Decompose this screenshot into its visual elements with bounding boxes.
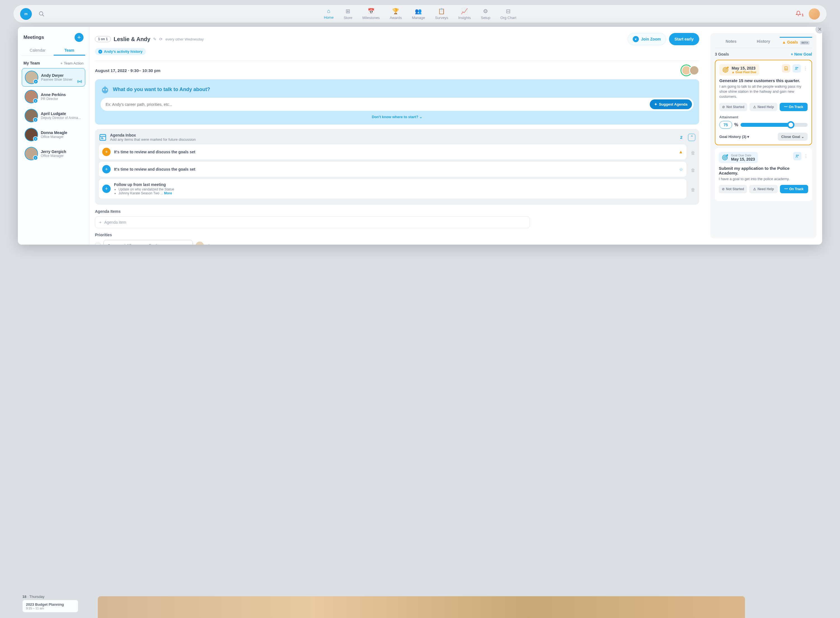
svg-point-0: [39, 12, 43, 15]
meetings-sidebar: Meetings + Calendar Team My Team +Team A…: [18, 27, 89, 28]
logo: m: [20, 8, 32, 20]
nav-insights[interactable]: 📈Insights: [458, 8, 471, 20]
nav-awards[interactable]: 🏆Awards: [390, 8, 402, 20]
nav-store[interactable]: ⊞Store: [343, 8, 352, 20]
svg-line-1: [42, 15, 44, 16]
nav-items: ⌂Home ⊞Store 📅Milestones 🏆Awards 👥Manage…: [324, 8, 516, 20]
meeting-modal: Meetings + Calendar Team My Team +Team A…: [18, 27, 822, 28]
nav-orgchart[interactable]: ⊟Org Chart: [500, 8, 516, 20]
nav-manage[interactable]: 👥Manage: [412, 8, 425, 20]
right-panel: Notes History ▲ Goals BETA 3 Goals +New …: [705, 27, 822, 28]
notifications-button[interactable]: 1: [795, 10, 804, 17]
user-avatar[interactable]: [809, 8, 820, 19]
search-button[interactable]: [39, 11, 45, 17]
nav-home[interactable]: ⌂Home: [324, 8, 333, 20]
top-nav: m ⌂Home ⊞Store 📅Milestones 🏆Awards 👥Mana…: [13, 5, 827, 22]
nav-surveys[interactable]: 📋Surveys: [435, 8, 448, 20]
nav-milestones[interactable]: 📅Milestones: [362, 8, 380, 20]
close-modal-button[interactable]: ✕: [815, 25, 824, 28]
nav-setup[interactable]: ⚙Setup: [481, 8, 490, 20]
meeting-main: 1 on 1 Leslie & Andy ✎ ⟳ every other Wed…: [89, 27, 705, 28]
